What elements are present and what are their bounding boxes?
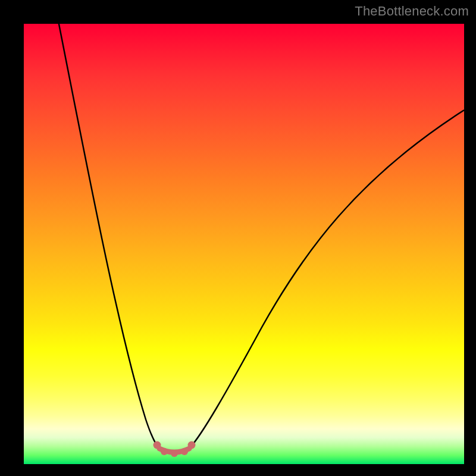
- valley-dot-left: [154, 441, 161, 449]
- bottleneck-curve: [24, 24, 464, 464]
- valley-dot-mid-right: [181, 448, 188, 455]
- curve-right: [189, 110, 464, 449]
- valley-dot-center: [171, 450, 178, 457]
- curve-left: [57, 24, 159, 449]
- valley-dot-mid-left: [161, 448, 168, 455]
- plot-area: [24, 24, 464, 464]
- valley-dot-right: [188, 441, 196, 449]
- watermark-text: TheBottleneck.com: [355, 4, 469, 19]
- chart-frame: TheBottleneck.com: [0, 0, 476, 476]
